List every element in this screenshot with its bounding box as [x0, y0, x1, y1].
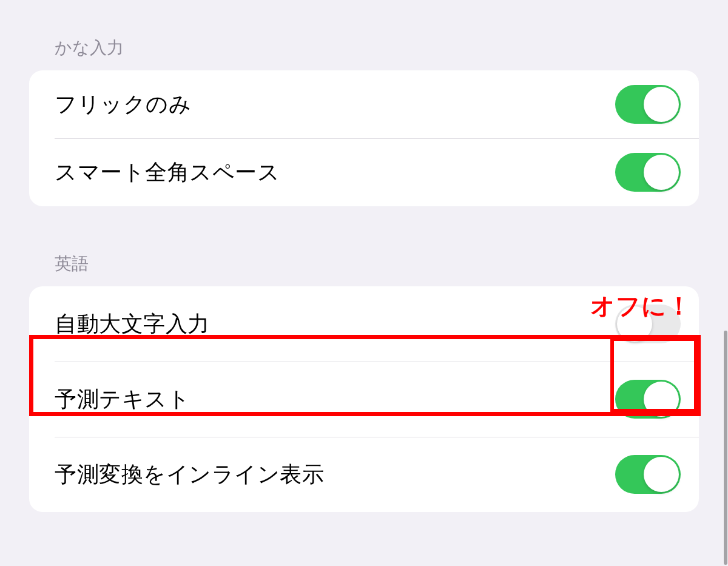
scrollbar-vertical[interactable] [724, 331, 727, 565]
toggle-inline-predictions[interactable] [615, 455, 681, 494]
toggle-predictive-text[interactable] [615, 380, 681, 419]
toggle-flick-only[interactable] [615, 85, 681, 124]
setting-row-inline-predictions: 予測変換をインライン表示 [29, 437, 699, 512]
settings-group-kana: フリックのみ スマート全角スペース [29, 70, 699, 206]
setting-label: スマート全角スペース [55, 158, 280, 187]
setting-label: フリックのみ [55, 90, 191, 120]
toggle-knob [644, 155, 679, 190]
setting-label: 自動大文字入力 [55, 309, 210, 339]
setting-row-flick-only: フリックのみ [29, 70, 699, 138]
setting-row-smart-fullwidth-space: スマート全角スペース [29, 138, 699, 206]
toggle-knob [644, 382, 679, 417]
setting-row-predictive-text: 予測テキスト [29, 362, 699, 437]
toggle-knob [644, 87, 679, 122]
toggle-knob [644, 457, 679, 492]
annotation-callout: オフに！ [590, 289, 692, 323]
section-header-english: 英語 [29, 252, 699, 286]
setting-label: 予測テキスト [55, 385, 190, 414]
section-header-kana: かな入力 [29, 36, 699, 70]
setting-label: 予測変換をインライン表示 [55, 460, 324, 490]
toggle-smart-fullwidth-space[interactable] [615, 153, 681, 192]
